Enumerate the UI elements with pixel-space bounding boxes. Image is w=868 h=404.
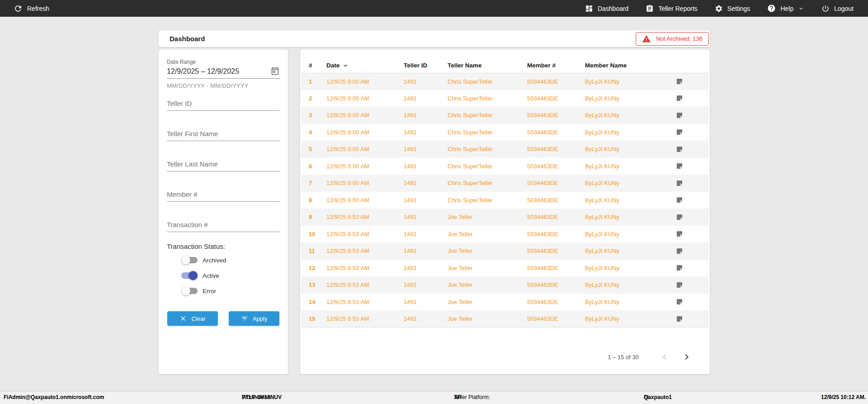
paginator: 1 – 15 of 30 [300, 350, 710, 364]
cell-teller-id: 1491 [404, 260, 448, 277]
note-icon[interactable] [672, 124, 709, 141]
note-icon[interactable] [672, 226, 709, 243]
cell-date: 12/9/25 9:00 AM [326, 158, 404, 175]
apply-button[interactable]: Apply [229, 311, 279, 326]
cell-teller-name: Joe Teller [448, 209, 527, 226]
cell-teller-id: 1491 [404, 192, 448, 209]
clear-button[interactable]: Clear [167, 311, 218, 326]
column-member-number[interactable]: Member # [527, 58, 585, 73]
cell-row-number: 6 [301, 158, 326, 175]
note-icon[interactable] [672, 73, 709, 90]
table-row[interactable]: 712/9/25 9:00 AM1491Chris SuperTeller503… [301, 175, 709, 192]
cell-date: 12/9/25 9:00 AM [326, 175, 404, 192]
note-icon[interactable] [672, 276, 709, 294]
table-row[interactable]: 312/9/25 9:00 AM1491Chris SuperTeller503… [301, 107, 709, 124]
not-archived-badge[interactable]: Not Archived: 136 [636, 32, 709, 46]
note-icon[interactable] [672, 294, 709, 311]
note-icon[interactable] [672, 107, 709, 124]
note-icon[interactable] [672, 141, 709, 158]
table-row[interactable]: 1512/9/25 8:53 AM1491Joe Teller5034463DE… [301, 310, 709, 328]
archived-switch[interactable] [181, 256, 198, 265]
nav-settings[interactable]: Settings [715, 5, 750, 13]
cell-member-name: ByLyJI KUNy [585, 158, 672, 175]
table-row[interactable]: 512/9/25 9:00 AM1491Chris SuperTeller503… [301, 141, 709, 158]
note-icon[interactable] [672, 310, 709, 328]
nav-settings-label: Settings [727, 5, 750, 12]
cell-member-number: 5034463DE [527, 226, 585, 243]
teller-first-name-input[interactable] [167, 128, 280, 141]
previous-page-button[interactable] [659, 352, 670, 362]
note-icon[interactable] [672, 242, 709, 260]
calendar-icon[interactable] [270, 67, 280, 76]
page-header-card: Dashboard Not Archived: 136 [159, 30, 710, 47]
cell-member-number: 5034463DE [527, 294, 585, 311]
cell-row-number: 1 [301, 73, 326, 90]
member-number-input[interactable] [167, 189, 280, 202]
table-row[interactable]: 1312/9/25 8:53 AM1491Joe Teller5034463DE… [301, 276, 709, 294]
cell-teller-name: Chris SuperTeller [448, 158, 527, 175]
cell-teller-name: Joe Teller [448, 242, 527, 260]
cell-teller-id: 1491 [404, 294, 448, 311]
page-title: Dashboard [170, 35, 205, 43]
refresh-button[interactable]: Refresh [14, 4, 49, 13]
error-switch[interactable] [181, 286, 198, 295]
column-teller-id[interactable]: Teller ID [404, 58, 448, 73]
table-row[interactable]: 212/9/25 9:00 AM1491Chris SuperTeller503… [301, 90, 709, 107]
transaction-number-input[interactable] [167, 219, 280, 232]
date-range-field[interactable]: Date Range 12/9/2025 – 12/9/2025 MM/DD/Y… [167, 59, 280, 89]
table-row[interactable]: 1112/9/25 8:53 AM1491Joe Teller5034463DE… [301, 242, 709, 260]
transaction-status-label: Transaction Status: [167, 242, 225, 250]
cell-row-number: 4 [301, 124, 326, 141]
note-icon[interactable] [672, 209, 709, 226]
note-icon[interactable] [672, 192, 709, 209]
cell-member-number: 5034463DE [527, 192, 585, 209]
logged-in-user: FiAdmin@Qaxpauto1.onmicrosoft.com [4, 391, 104, 404]
cell-teller-id: 1491 [404, 226, 448, 243]
table-row[interactable]: 812/9/25 9:00 AM1491Chris SuperTeller503… [301, 192, 709, 209]
table-row[interactable]: 1212/9/25 8:53 AM1491Joe Teller5034463DE… [301, 260, 709, 277]
teller-last-name-input[interactable] [167, 158, 280, 171]
cell-row-number: 14 [301, 294, 326, 311]
cell-member-name: ByLyJI KUNy [585, 90, 672, 107]
cell-row-number: 3 [301, 107, 326, 124]
table-row[interactable]: 912/9/25 8:53 AM1491Joe Teller5034463DEB… [301, 209, 709, 226]
gear-icon [715, 5, 723, 13]
teller-id-input[interactable] [167, 98, 280, 111]
toggle-active[interactable]: Active [181, 270, 219, 281]
cell-member-number: 5034463DE [527, 242, 585, 260]
cell-teller-name: Chris SuperTeller [448, 73, 527, 90]
cell-date: 12/9/25 8:53 AM [326, 260, 404, 277]
active-switch[interactable] [181, 271, 198, 280]
cell-member-name: ByLyJI KUNy [585, 276, 672, 294]
note-icon[interactable] [672, 260, 709, 277]
table-row[interactable]: 612/9/25 9:00 AM1491Chris SuperTeller503… [301, 158, 709, 175]
cell-date: 12/9/25 8:53 AM [326, 310, 404, 328]
note-icon[interactable] [672, 175, 709, 192]
next-page-button[interactable] [681, 352, 692, 362]
table-row[interactable]: 112/9/25 9:00 AM1491Chris SuperTeller503… [301, 73, 709, 90]
nav-help[interactable]: Help [767, 4, 804, 13]
cell-member-number: 5034463DE [527, 209, 585, 226]
table-row[interactable]: 412/9/25 9:00 AM1491Chris SuperTeller503… [301, 124, 709, 141]
nav-logout[interactable]: Logout [821, 5, 854, 13]
column-member-name[interactable]: Member Name [585, 58, 672, 73]
cell-row-number: 13 [301, 276, 326, 294]
not-archived-label: Not Archived: 136 [656, 35, 703, 42]
toggle-archived[interactable]: Archived [181, 255, 226, 266]
column-date[interactable]: Date [326, 58, 404, 73]
status-bar: FiAdmin@Qaxpauto1.onmicrosoft.com Workst… [0, 391, 868, 404]
note-icon[interactable] [672, 90, 709, 107]
clipboard-icon [646, 5, 654, 13]
toggle-error[interactable]: Error [181, 285, 216, 296]
date-range-value: 12/9/2025 – 12/9/2025 [167, 67, 239, 76]
table-row[interactable]: 1412/9/25 8:53 AM1491Joe Teller5034463DE… [301, 294, 709, 311]
table-row[interactable]: 1012/9/25 8:53 AM1491Joe Teller5034463DE… [301, 226, 709, 243]
nav-dashboard[interactable]: Dashboard [585, 5, 629, 13]
column-teller-name[interactable]: Teller Name [448, 58, 527, 73]
note-icon[interactable] [672, 158, 709, 175]
cell-member-name: ByLyJI KUNy [585, 73, 672, 90]
cell-member-number: 5034463DE [527, 276, 585, 294]
cell-teller-id: 1491 [404, 90, 448, 107]
nav-teller-reports[interactable]: Teller Reports [646, 5, 697, 13]
cell-row-number: 9 [301, 209, 326, 226]
